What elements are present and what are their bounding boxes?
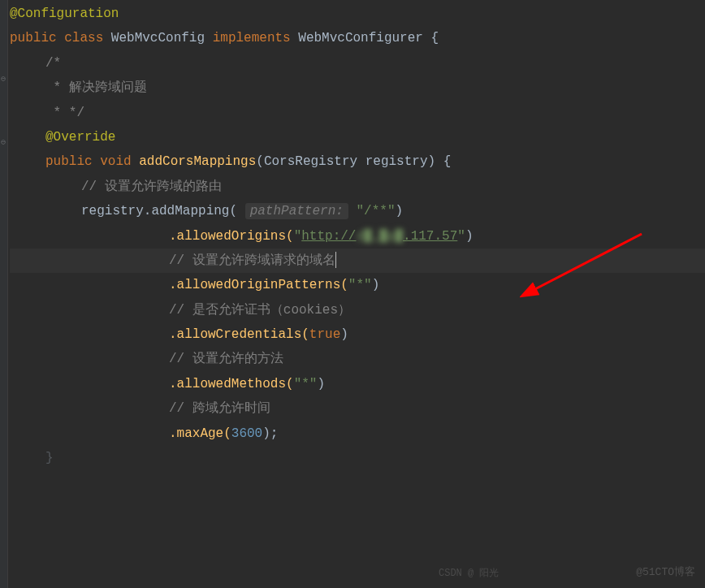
string-star: "*": [348, 278, 372, 292]
brace-close: }: [45, 451, 54, 465]
annotation-config: @Configuration: [10, 6, 119, 21]
keyword-implements: implements: [213, 31, 291, 45]
code-line: @Override: [10, 125, 705, 149]
call-allowedmethods: .allowedMethods(: [169, 377, 294, 391]
keyword-void: void: [100, 154, 131, 169]
brace-open: {: [443, 154, 452, 169]
watermark-right: @51CTO博客: [636, 563, 695, 583]
comment-methods: // 设置允许的方法: [169, 352, 283, 366]
keyword-class: class: [64, 31, 103, 45]
comment-block-line: * 解决跨域问题: [45, 80, 147, 95]
comment-block-start: /*: [45, 56, 61, 71]
comment-route: // 设置允许跨域的路由: [81, 179, 222, 194]
call-allowedoriginpatterns: .allowedOriginPatterns(: [169, 278, 348, 292]
code-line: /*: [10, 51, 705, 76]
keyword-public: public: [45, 154, 93, 169]
bool-true: true: [309, 327, 340, 342]
call-maxage: .maxAge(: [169, 426, 231, 441]
watermark-left: CSDN @ 阳光: [439, 564, 499, 583]
code-line: public class WebMvcConfig implements Web…: [10, 26, 705, 50]
text-cursor: [335, 252, 336, 268]
call-allowedorigins: .allowedOrigins(: [169, 229, 294, 244]
code-line: .allowedOriginPatterns("*"): [10, 273, 705, 297]
comment-maxage: // 跨域允许时间: [169, 401, 270, 416]
class-name: WebMvcConfig: [111, 31, 205, 45]
string-pathpattern: "/**": [356, 204, 395, 218]
code-line: .allowedOrigins("http://4█.█a█.117.57"): [10, 224, 705, 249]
code-line: registry.addMapping( pathPattern: "/**"): [10, 199, 705, 223]
code-line: @Configuration: [10, 2, 705, 26]
code-line: // 设置允许的方法: [10, 347, 705, 371]
string-star: "*": [294, 377, 318, 391]
code-line: .allowCredentials(true): [10, 322, 705, 347]
code-line-active: // 设置允许跨域请求的域名: [10, 249, 705, 273]
code-line: * 解决跨域问题: [10, 76, 705, 100]
code-line: .allowedMethods("*"): [10, 372, 705, 396]
annotation-override: @Override: [45, 130, 115, 145]
method-name: addCorsMappings: [139, 154, 256, 169]
brace-open: {: [431, 31, 439, 45]
code-line: // 跨域允许时间: [10, 396, 705, 421]
code-line: * */: [10, 101, 705, 125]
string-url-protocol: http://: [301, 229, 356, 244]
comment-domain: // 设置允许跨域请求的域名: [169, 253, 335, 268]
param-name: registry: [365, 154, 428, 169]
code-line: public void addCorsMappings(CorsRegistry…: [10, 149, 705, 174]
code-line: // 是否允许证书（cookies）: [10, 298, 705, 322]
code-line: // 设置允许跨域的路由: [10, 175, 705, 199]
comment-block-end: * */: [45, 106, 84, 120]
code-editor[interactable]: @Configuration public class WebMvcConfig…: [0, 0, 705, 470]
call-allowcredentials: .allowCredentials(: [169, 327, 309, 342]
keyword-public: public: [10, 31, 57, 45]
string-url-blurred: 4█.█a█: [356, 229, 403, 244]
param-type: CorsRegistry: [264, 154, 357, 169]
code-line: }: [10, 446, 705, 470]
param-hint: pathPattern:: [245, 203, 348, 219]
number-3600: 3600: [231, 426, 262, 441]
string-url-tail: .117.57: [403, 229, 457, 244]
code-line: .maxAge(3600);: [10, 422, 705, 446]
interface-name: WebMvcConfigurer: [298, 31, 423, 45]
call-addmapping: registry.addMapping(: [81, 204, 237, 218]
comment-cookies: // 是否允许证书（cookies）: [169, 303, 351, 318]
